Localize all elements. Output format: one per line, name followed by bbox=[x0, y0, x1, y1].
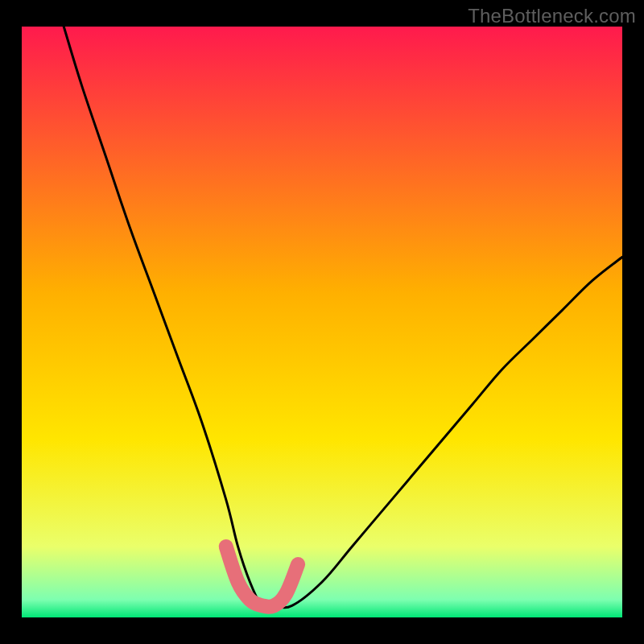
chart-svg bbox=[0, 0, 644, 644]
watermark-text: TheBottleneck.com bbox=[468, 5, 636, 27]
plot-area bbox=[22, 27, 622, 617]
bottleneck-chart: TheBottleneck.com bbox=[0, 0, 644, 644]
